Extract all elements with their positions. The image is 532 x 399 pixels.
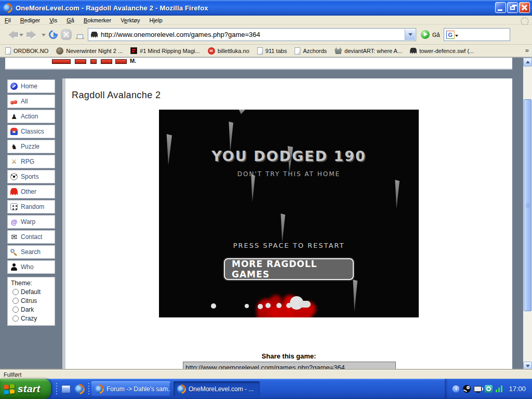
minimize-button[interactable] — [495, 2, 506, 13]
share-label: Share this game: — [159, 352, 419, 360]
forward-dropdown-icon[interactable] — [42, 34, 46, 38]
windows-logo-icon — [4, 383, 15, 394]
logo-fragment-text: M. — [130, 58, 136, 64]
window-title: OneMoreLevel.com - Ragdoll Avalanche 2 -… — [16, 4, 208, 12]
bookmark-label: ORDBOK.NO — [14, 48, 48, 54]
start-button[interactable]: start — [0, 379, 51, 399]
sidebar-item-label: Search — [21, 248, 41, 256]
sidebar-item-label: Classics — [21, 128, 44, 135]
menu-rediger[interactable]: Rediger — [16, 16, 45, 24]
sidebar-item-puzzle[interactable]: Puzzle — [7, 140, 55, 153]
steam-icon[interactable] — [463, 385, 471, 393]
home-button[interactable] — [73, 26, 87, 43]
ragdoll-limb — [299, 301, 311, 308]
scrollbar-thumb[interactable] — [524, 99, 531, 311]
bookmark-billettluka-no[interactable]: blbillettluka.no — [208, 47, 249, 55]
sidebar-item-who[interactable]: Who — [7, 260, 55, 274]
game-area[interactable]: YOU DODGED 190 DON'T TRY THIS AT HOME PR… — [159, 110, 419, 317]
sidebar-item-rpg[interactable]: RPG — [7, 155, 55, 168]
menu-hjelp[interactable]: Hjelp — [144, 16, 167, 24]
menu-fil[interactable]: Fil — [0, 16, 16, 24]
bookmarks-overflow-chevron[interactable]: » — [525, 46, 529, 54]
menu-bokmerker[interactable]: Bokmerker — [79, 16, 116, 24]
search-input[interactable] — [459, 31, 508, 39]
sports-icon — [10, 173, 18, 180]
bookmark-deviantart-where-a[interactable]: deviantART: where A... — [335, 47, 402, 54]
sidebar-item-contact[interactable]: Contact — [7, 230, 55, 244]
bookmark-label: #1 Mind Ripping Magi... — [140, 48, 200, 54]
sidebar-item-all[interactable]: All — [7, 95, 55, 108]
tray-signal-icon[interactable] — [496, 385, 503, 392]
theme-radio-crazy[interactable] — [12, 315, 19, 322]
mind-favicon-icon — [130, 47, 137, 54]
vertical-scrollbar[interactable] — [523, 58, 532, 370]
sidebar-item-other[interactable]: Other — [7, 185, 55, 198]
forward-icon — [26, 31, 41, 39]
more-ragdoll-games-button[interactable]: MORE RAGDOLL GAMES — [224, 258, 354, 280]
tray-app-icon[interactable] — [485, 385, 493, 393]
bookmark-azchords[interactable]: Azchords — [295, 47, 327, 55]
back-dropdown-icon[interactable] — [19, 34, 23, 38]
address-input[interactable] — [101, 31, 404, 38]
bookmark-911-tabs[interactable]: 911 tabs — [257, 47, 287, 55]
scroll-up-button[interactable] — [523, 58, 532, 66]
sidebar-item-label: Sports — [21, 173, 39, 180]
warp-icon — [10, 218, 18, 225]
chevron-down-icon — [408, 33, 413, 38]
scroll-down-button[interactable] — [523, 362, 532, 370]
theme-option-default[interactable]: Default — [12, 288, 52, 296]
sidebar-item-search[interactable]: Search — [7, 245, 55, 259]
theme-radio-citrus[interactable] — [12, 298, 19, 304]
puzzle-icon — [10, 143, 18, 150]
bookmark-label: Azchords — [303, 48, 327, 54]
window-titlebar: OneMoreLevel.com - Ragdoll Avalanche 2 -… — [0, 0, 532, 16]
sidebar-item-warp[interactable]: Warp — [7, 215, 55, 229]
sidebar-item-random[interactable]: Random — [7, 200, 55, 214]
back-button[interactable] — [3, 26, 25, 43]
home-icon — [75, 30, 85, 39]
forward-button[interactable] — [25, 26, 47, 43]
theme-radio-dark[interactable] — [12, 307, 19, 313]
falling-spike — [394, 180, 400, 209]
tray-collapse-icon[interactable] — [452, 385, 460, 393]
close-button[interactable] — [519, 2, 530, 13]
random-icon — [10, 203, 18, 210]
bookmark-neverwinter-night-2[interactable]: Neverwinter Night 2 ... — [56, 47, 123, 55]
search-engine-dropdown-icon[interactable] — [455, 35, 458, 38]
restore-button[interactable] — [507, 2, 518, 13]
menu-verkt-y[interactable]: Verktøy — [116, 16, 144, 24]
bookmark-label: deviantART: where A... — [344, 48, 402, 54]
theme-option-citrus[interactable]: Citrus — [12, 297, 52, 304]
address-bar[interactable] — [88, 28, 416, 41]
address-dropdown-button[interactable] — [405, 29, 415, 40]
quick-launch-browser-icon[interactable] — [61, 385, 71, 393]
menu-vis[interactable]: Vis — [45, 16, 62, 24]
sidebar-item-action[interactable]: Action — [7, 110, 55, 123]
menu-g[interactable]: Gå — [62, 16, 79, 24]
bookmark-ordbok-no[interactable]: ORDBOK.NO — [5, 47, 48, 55]
minimize-icon — [498, 9, 502, 11]
go-button[interactable]: Gå — [417, 30, 444, 39]
theme-option-dark[interactable]: Dark — [12, 306, 52, 313]
tray-display-icon[interactable] — [474, 386, 482, 392]
classics-icon — [10, 128, 18, 135]
bookmark-1-mind-ripping-magi[interactable]: #1 Mind Ripping Magi... — [130, 47, 200, 54]
search-box[interactable]: G — [444, 28, 510, 41]
theme-option-crazy[interactable]: Crazy — [12, 315, 52, 322]
sidebar-item-home[interactable]: Home — [7, 79, 55, 93]
sidebar-item-sports[interactable]: Sports — [7, 170, 55, 183]
stop-button[interactable] — [59, 26, 73, 43]
taskbar-task-onemorelevel-com[interactable]: OneMoreLevel.com - ... — [174, 381, 260, 396]
theme-option-label: Crazy — [21, 315, 37, 322]
share-url-input[interactable] — [183, 362, 396, 370]
quick-launch-firefox-icon[interactable] — [75, 384, 84, 394]
ragdoll-part — [258, 304, 263, 309]
sidebar-item-classics[interactable]: Classics — [7, 125, 55, 138]
taskbar-task-forum-dahle-s-sam[interactable]: Forum -> Dahle's sam... — [91, 381, 170, 396]
page-title: Ragdoll Avalanche 2 — [72, 90, 512, 101]
bookmark-tower-defence-swf[interactable]: tower-defence.swf (... — [410, 48, 474, 54]
ragdoll-part — [245, 304, 249, 308]
reload-button[interactable] — [47, 26, 59, 43]
logo-fragment — [101, 59, 112, 64]
theme-radio-default[interactable] — [12, 289, 19, 295]
